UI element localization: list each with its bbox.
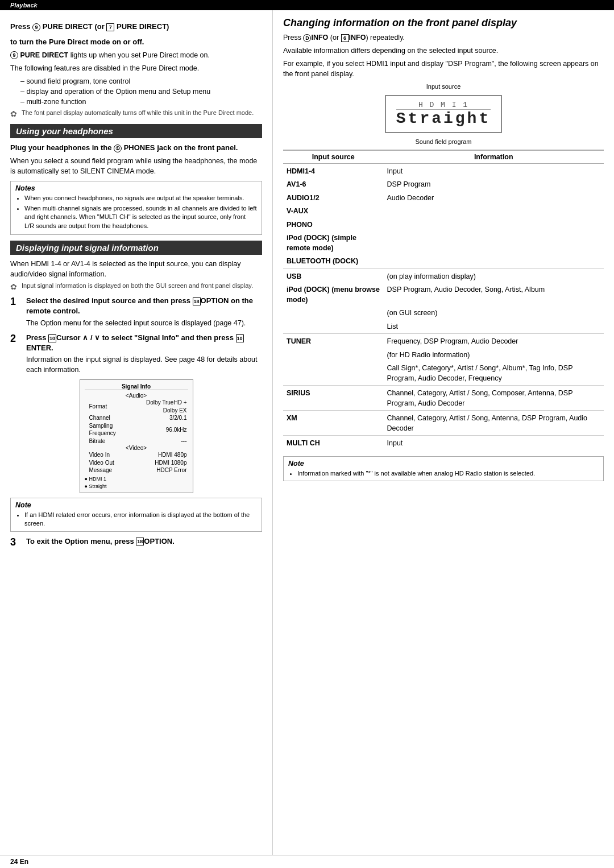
table-cell-source bbox=[283, 320, 384, 334]
signal-info-tip: ✿ Input signal information is displayed … bbox=[10, 282, 262, 291]
pure-direct-body1: 9 PURE DIRECT lights up when you set Pur… bbox=[10, 50, 262, 60]
signal-label-videoin: Video In bbox=[85, 451, 134, 459]
step-1-content: Select the desired input source and then… bbox=[26, 296, 262, 328]
table-row: XMChannel, Category, Artist / Song, Ante… bbox=[283, 411, 604, 436]
pure-direct-tip-text: The font panel display automatically tur… bbox=[22, 109, 254, 116]
table-row: List bbox=[283, 320, 604, 334]
table-row: MULTI CHInput bbox=[283, 436, 604, 450]
page-footer: 24 En bbox=[0, 855, 614, 868]
pure-direct-tip: ✿ The font panel display automatically t… bbox=[10, 109, 262, 118]
table-cell-source: SIRIUS bbox=[283, 386, 384, 411]
pure-direct-heading: Press 9 PURE DIRECT (or 7 PURE DIRECT) bbox=[10, 22, 262, 32]
signal-value-message: HDCP Error bbox=[134, 466, 188, 474]
cursor-label: Cursor ∧ / ∨ bbox=[56, 333, 100, 342]
table-row: (on GUI screen) bbox=[283, 307, 604, 320]
info-table-body: HDMI1-4InputAV1-6DSP ProgramAUDIO1/2Audi… bbox=[283, 163, 604, 450]
table-row: (for HD Radio information) bbox=[283, 349, 604, 362]
signal-value-videoout: HDMI 1080p bbox=[134, 459, 188, 467]
right-body2: Available information differs depending … bbox=[283, 46, 604, 56]
display-input-line: H D M I 1 bbox=[396, 101, 491, 110]
table-cell-source: USB bbox=[283, 268, 384, 283]
pure-direct-label2: PURE DIRECT bbox=[114, 22, 167, 31]
right-body3: For example, if you select HDMI1 input a… bbox=[283, 59, 604, 79]
table-cell-info: Frequency, DSP Program, Audio Decoder bbox=[384, 334, 604, 349]
right-column: Changing information on the front panel … bbox=[273, 10, 614, 855]
screen-title: Signal Info bbox=[85, 383, 188, 390]
box-10b: 10 bbox=[236, 334, 244, 342]
table-cell-info: Input bbox=[384, 163, 604, 178]
left-column: Press 9 PURE DIRECT (or 7 PURE DIRECT) t… bbox=[0, 10, 273, 855]
info-table-head: Input source Information bbox=[283, 150, 604, 164]
banner-label: Playback bbox=[10, 2, 38, 9]
step-2: 2 Press 10Cursor ∧ / ∨ to select "Signal… bbox=[10, 333, 262, 375]
box-6: 6 bbox=[341, 34, 349, 42]
right-body1: Press DINFO (or 6INFO) repeatedly. bbox=[283, 32, 604, 43]
table-cell-source: TUNER bbox=[283, 334, 384, 349]
top-banner: Playback bbox=[0, 0, 614, 10]
signal-info-body1: When HDMI 1-4 or AV1-4 is selected as th… bbox=[10, 259, 262, 279]
step-1-header: Select the desired input source and then… bbox=[26, 296, 262, 316]
content-area: Press 9 PURE DIRECT (or 7 PURE DIRECT) t… bbox=[0, 10, 614, 855]
circle-9: 9 bbox=[32, 23, 40, 31]
info-table-header-row: Input source Information bbox=[283, 150, 604, 164]
headphones-note-2: When multi-channel signals are processed… bbox=[24, 204, 257, 230]
table-cell-info: (on GUI screen) bbox=[384, 307, 604, 320]
enter-label: ENTER bbox=[26, 344, 51, 352]
table-cell-source: BLUETOOTH (DOCK) bbox=[283, 255, 384, 268]
table-cell-info: Channel, Category, Artist / Song, Compos… bbox=[384, 386, 604, 411]
input-source-label: Input source bbox=[283, 83, 604, 90]
table-cell-source bbox=[283, 349, 384, 362]
signal-screen-table: Format Dolby TrueHD + Dolby EX Channel 3… bbox=[85, 399, 188, 445]
table-row: PHONO bbox=[283, 218, 604, 232]
step-3-num: 3 bbox=[10, 536, 26, 549]
headphones-section: Using your headphones Plug your headphon… bbox=[10, 124, 262, 235]
table-cell-info: Input bbox=[384, 436, 604, 450]
info-table: Input source Information HDMI1-4InputAV1… bbox=[283, 150, 604, 450]
step-3-content: To exit the Option menu, press 18OPTION. bbox=[26, 536, 262, 549]
info-label: INFO bbox=[311, 34, 328, 42]
list-item-1: sound field program, tone control bbox=[20, 76, 262, 86]
col-information: Information bbox=[384, 150, 604, 164]
audio-label: <Audio> bbox=[85, 392, 188, 399]
signal-value-sampling: 96.0kHz bbox=[134, 422, 188, 437]
circle-9b: 9 bbox=[10, 51, 18, 59]
signal-note: Note If an HDMI related error occurs, er… bbox=[10, 498, 262, 532]
signal-screen: Signal Info <Audio> Format Dolby TrueHD … bbox=[80, 379, 193, 493]
option-label: OPTION bbox=[201, 296, 229, 305]
signal-value-bitrate: --- bbox=[134, 437, 188, 445]
table-cell-info: Call Sign*, Category*, Artist / Song*, A… bbox=[384, 362, 604, 386]
signal-row-format: Format Dolby TrueHD + Dolby EX bbox=[85, 399, 188, 414]
step-2-content: Press 10Cursor ∧ / ∨ to select "Signal I… bbox=[26, 333, 262, 375]
signal-info-banner: Displaying input signal information bbox=[10, 241, 262, 255]
table-row: BLUETOOTH (DOCK) bbox=[283, 255, 604, 268]
table-cell-source bbox=[283, 307, 384, 320]
signal-value-format: Dolby TrueHD + Dolby EX bbox=[134, 399, 188, 414]
right-note: Note Information marked with "*" is not … bbox=[283, 456, 604, 481]
table-cell-info: List bbox=[384, 320, 604, 334]
table-cell-info: DSP Program bbox=[384, 178, 604, 192]
table-cell-info: Audio Decoder bbox=[384, 192, 604, 205]
pure-direct-subheading: to turn the Pure Direct mode on or off. bbox=[10, 37, 262, 48]
table-row: HDMI1-4Input bbox=[283, 163, 604, 178]
signal-label-sampling: Sampling Frequency bbox=[85, 422, 134, 437]
table-row: V-AUX bbox=[283, 205, 604, 218]
step-3-header: To exit the Option menu, press 18OPTION. bbox=[26, 536, 262, 547]
signal-label-bitrate: Bitrate bbox=[85, 437, 134, 445]
video-label: <Video> bbox=[85, 445, 188, 451]
table-row: iPod (DOCK) (menu browse mode)DSP Progra… bbox=[283, 283, 604, 307]
screen-bottom2: ● Straight bbox=[85, 483, 188, 489]
right-title: Changing information on the front panel … bbox=[283, 17, 604, 29]
table-cell-source: PHONO bbox=[283, 218, 384, 232]
list-item-2: display and operation of the Option menu… bbox=[20, 86, 262, 97]
step-1-num: 1 bbox=[10, 296, 26, 328]
signal-row-bitrate: Bitrate --- bbox=[85, 437, 188, 445]
headphones-banner: Using your headphones bbox=[10, 124, 262, 138]
signal-info-section: Displaying input signal information When… bbox=[10, 241, 262, 548]
right-note-text: Information marked with "*" is not avail… bbox=[297, 469, 599, 478]
phones-label: PHONES bbox=[122, 143, 155, 152]
table-cell-source: iPod (DOCK) (menu browse mode) bbox=[283, 283, 384, 307]
info-label2: INFO bbox=[349, 34, 366, 42]
box-18: 18 bbox=[193, 297, 201, 305]
signal-note-title: Note bbox=[15, 501, 257, 509]
right-note-title: Note bbox=[288, 460, 599, 468]
